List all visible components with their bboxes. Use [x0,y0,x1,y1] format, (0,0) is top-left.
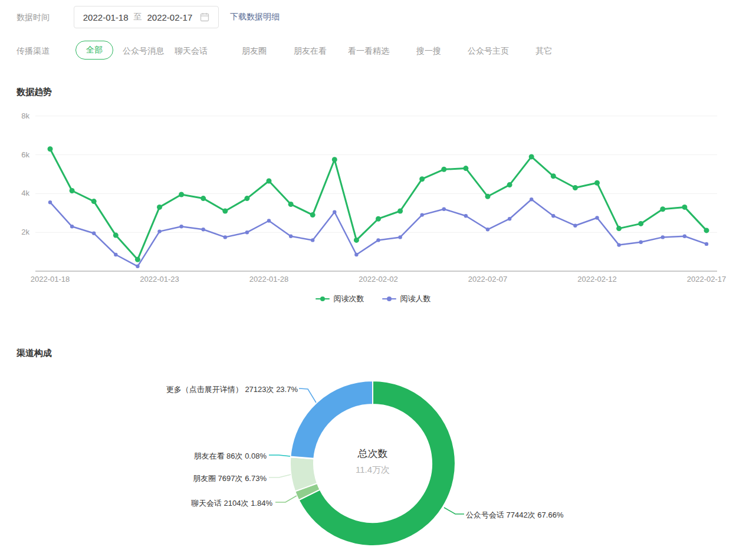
pie-leader-line [269,475,291,477]
x-axis-tick-label: 2022-02-17 [687,275,727,284]
channel-tab-search[interactable]: 搜一搜 [416,46,441,57]
trend-data-point[interactable] [224,235,227,239]
trend-data-point[interactable] [354,253,358,256]
legend-item[interactable]: 阅读次数 [316,294,364,304]
trend-data-point[interactable] [660,206,665,212]
calendar-icon [200,12,209,22]
trend-data-point[interactable] [113,233,119,238]
trend-data-point[interactable] [70,225,74,228]
trend-data-point[interactable] [267,179,272,184]
trend-data-point[interactable] [551,173,556,179]
trend-data-point[interactable] [442,207,446,211]
channel-tab-profile-page[interactable]: 公众号主页 [468,46,509,57]
pie-slice-label: 公众号会话 77442次 67.66% [466,510,563,521]
trend-data-point[interactable] [179,225,183,228]
trend-data-point[interactable] [420,213,424,216]
trend-data-point[interactable] [530,197,533,201]
trend-data-point[interactable] [114,253,117,256]
trend-data-point[interactable] [136,265,139,268]
channel-filter-row: 传播渠道 全部 公众号消息 聊天会话 朋友圈 朋友在看 看一看精选 搜一搜 公众… [0,40,746,61]
date-filter-label: 数据时间 [17,12,50,23]
trend-data-point[interactable] [704,228,709,233]
trend-data-point[interactable] [289,235,293,238]
trend-data-point[interactable] [354,238,359,243]
trend-data-point[interactable] [594,180,600,186]
trend-data-point[interactable] [201,196,206,201]
trend-data-point[interactable] [661,235,665,239]
trend-data-point[interactable] [202,228,205,231]
date-separator: 至 [134,12,142,22]
trend-data-point[interactable] [397,209,403,214]
trend-data-point[interactable] [705,242,708,246]
y-axis-tick-label: 8k [21,111,29,120]
trend-data-point[interactable] [595,216,599,219]
trend-data-point[interactable] [376,238,380,242]
donut-center-text: 总次数 11.4万次 [356,447,390,476]
trend-data-point[interactable] [70,188,75,193]
legend-marker-icon [382,297,396,301]
download-data-link[interactable]: 下载数据明细 [230,12,280,22]
trend-data-point[interactable] [135,257,140,262]
channel-donut-chart[interactable]: 总次数 11.4万次 公众号会话 77442次 67.66%聊天会话 2104次… [0,371,746,560]
trend-data-point[interactable] [311,238,314,242]
donut-center-value: 11.4万次 [356,465,390,476]
trend-data-point[interactable] [244,196,249,201]
trend-data-point[interactable] [639,241,643,244]
channel-tab-other[interactable]: 其它 [535,46,552,57]
channel-tab-official-message[interactable]: 公众号消息 [123,46,164,57]
trend-data-point[interactable] [91,199,97,204]
trend-data-point[interactable] [48,200,52,204]
trend-data-point[interactable] [157,229,161,233]
x-axis-tick-label: 2022-02-02 [359,275,398,284]
date-range-picker[interactable]: 2022-01-18 至 2022-02-17 [74,6,219,28]
trend-data-point[interactable] [92,232,96,235]
trend-data-point[interactable] [376,216,381,222]
pie-slice-label: 聊天会话 2104次 1.84% [142,498,272,509]
trend-data-point[interactable] [573,185,578,190]
date-end-value: 2022-02-17 [147,12,193,22]
channel-tab-top-stories[interactable]: 看一看精选 [348,46,389,57]
donut-center-label: 总次数 [356,447,390,460]
trend-data-point[interactable] [419,176,425,182]
trend-data-point[interactable] [157,205,162,210]
pie-slice-label: 朋友在看 86次 0.08% [142,451,267,462]
trend-data-point[interactable] [222,209,228,214]
trend-data-point[interactable] [507,182,512,187]
trend-data-point[interactable] [638,221,643,226]
trend-line-reads[interactable] [50,149,706,260]
channel-tab-all[interactable]: 全部 [75,41,113,60]
trend-data-point[interactable] [245,230,249,234]
channel-tab-chat[interactable]: 聊天会话 [175,46,208,57]
trend-data-point[interactable] [551,214,555,218]
trend-data-point[interactable] [616,226,622,231]
trend-data-point[interactable] [464,214,468,218]
trend-data-point[interactable] [267,219,271,222]
trend-data-point[interactable] [486,228,489,231]
trend-data-point[interactable] [48,146,53,151]
trend-data-point[interactable] [441,167,446,172]
trend-data-point[interactable] [333,210,336,214]
trend-data-point[interactable] [508,217,511,220]
trend-data-point[interactable] [573,224,577,228]
x-axis-tick-label: 2022-01-18 [31,275,70,284]
trend-data-point[interactable] [682,205,687,210]
trend-data-point[interactable] [463,166,468,171]
trend-data-point[interactable] [617,243,620,246]
trend-data-point[interactable] [398,235,402,239]
trend-data-point[interactable] [485,194,491,199]
channel-tab-moments[interactable]: 朋友圈 [242,46,267,57]
trend-data-point[interactable] [332,157,337,162]
channel-tab-friends-reading[interactable]: 朋友在看 [294,46,327,57]
trend-data-point[interactable] [310,212,316,218]
legend-label: 阅读次数 [334,294,364,304]
trend-data-point[interactable] [683,235,686,238]
trend-chart-canvas[interactable]: 2k4k6k8k2022-01-182022-01-232022-01-2820… [0,111,746,288]
composition-section-title: 渠道构成 [17,348,52,359]
trend-data-point[interactable] [288,202,294,207]
analytics-page: 数据时间 2022-01-18 至 2022-02-17 下载数据明细 传播渠道… [0,0,746,560]
trend-data-point[interactable] [179,192,184,197]
channel-filter-label: 传播渠道 [17,46,50,57]
trend-line-chart[interactable]: 2k4k6k8k2022-01-182022-01-232022-01-2820… [0,111,746,288]
legend-item[interactable]: 阅读人数 [382,294,431,304]
trend-data-point[interactable] [529,154,534,159]
